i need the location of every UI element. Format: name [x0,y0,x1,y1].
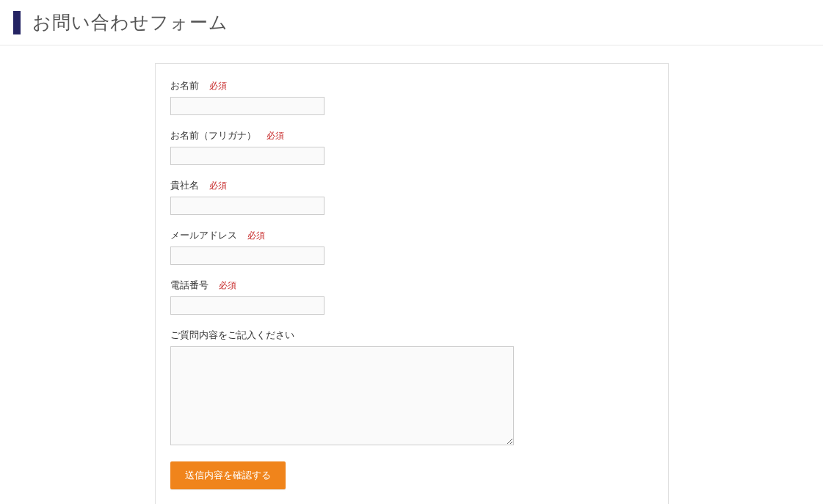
phone-input[interactable] [170,296,325,315]
name-label: お名前 [170,80,199,91]
label-row: ご質問内容をご記入ください [170,328,653,342]
page-title: お問い合わせフォーム [32,10,228,34]
contact-form: お名前 必須 お名前（フリガナ） 必須 貴社名 必須 メールアドレス 必須 電話… [155,63,669,504]
message-textarea[interactable] [170,346,514,445]
form-group-phone: 電話番号 必須 [170,278,653,315]
phone-label: 電話番号 [170,280,209,291]
form-group-name: お名前 必須 [170,78,653,115]
email-input[interactable] [170,246,325,265]
company-input[interactable] [170,197,325,215]
required-tag: 必須 [267,131,284,141]
message-label: ご質問内容をご記入ください [170,329,294,340]
name-furigana-input[interactable] [170,147,325,165]
required-tag: 必須 [219,280,236,291]
form-group-company: 貴社名 必須 [170,178,653,215]
submit-button[interactable]: 送信内容を確認する [170,461,286,489]
required-tag: 必須 [209,81,227,91]
form-group-message: ご質問内容をご記入ください [170,328,653,448]
header-accent-bar [13,11,21,34]
required-tag: 必須 [247,230,265,241]
page-header: お問い合わせフォーム [0,0,823,45]
label-row: 電話番号 必須 [170,278,653,292]
label-row: 貴社名 必須 [170,178,653,192]
label-row: お名前 必須 [170,78,653,92]
required-tag: 必須 [209,180,227,191]
form-group-email: メールアドレス 必須 [170,228,653,265]
label-row: お名前（フリガナ） 必須 [170,128,653,142]
company-label: 貴社名 [170,180,199,191]
name-input[interactable] [170,97,325,115]
name-furigana-label: お名前（フリガナ） [170,130,256,141]
label-row: メールアドレス 必須 [170,228,653,242]
form-group-name-furigana: お名前（フリガナ） 必須 [170,128,653,165]
email-label: メールアドレス [170,230,237,241]
